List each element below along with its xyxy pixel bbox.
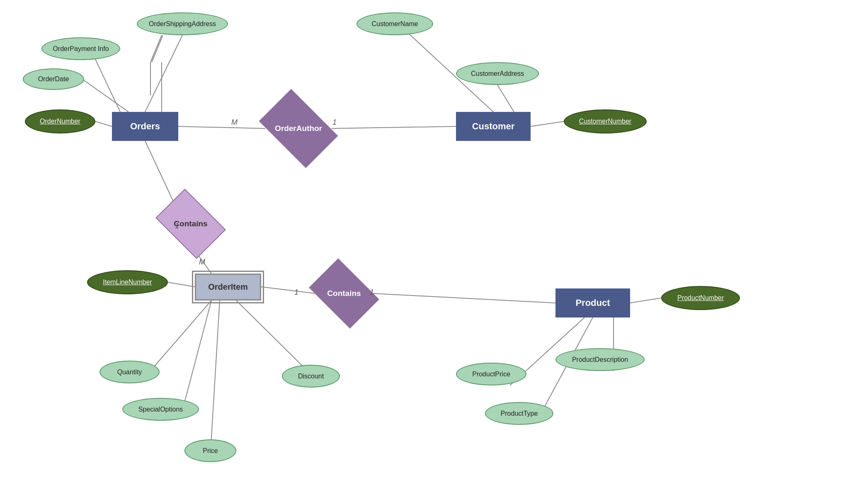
attr-itemlinenumber: ItemLineNumber xyxy=(87,270,168,294)
svg-line-11 xyxy=(168,282,195,287)
entity-product: Product xyxy=(555,288,630,317)
attr-customeraddress: CustomerAddress xyxy=(456,62,539,85)
svg-line-0 xyxy=(178,126,265,128)
svg-line-2 xyxy=(83,80,129,112)
attr-producttype: ProductType xyxy=(485,402,553,425)
svg-line-23 xyxy=(152,35,163,62)
attr-productprice: ProductPrice xyxy=(456,363,526,385)
relationship-contains1: Contains xyxy=(162,203,220,245)
svg-line-1 xyxy=(332,126,456,128)
connector-lines xyxy=(0,0,844,504)
svg-line-4 xyxy=(145,35,182,112)
svg-line-8 xyxy=(531,121,564,126)
attr-orderpayment: OrderPayment Info xyxy=(41,37,120,60)
cardinality-m1: M xyxy=(231,118,238,127)
attr-productnumber: ProductNumber xyxy=(661,286,740,310)
entity-customer: Customer xyxy=(456,112,531,141)
svg-line-7 xyxy=(497,85,514,112)
attr-discount: Discount xyxy=(282,365,340,388)
attr-ordernumber: OrderNumber xyxy=(25,109,95,133)
cardinality-1a: 1 xyxy=(332,118,337,127)
attr-quantity: Quantity xyxy=(99,361,160,383)
attr-specialoptions: SpecialOptions xyxy=(122,398,199,421)
attr-productdesc: ProductDescription xyxy=(555,348,645,371)
er-diagram: Orders Customer Product OrderItem OrderA… xyxy=(0,0,844,504)
attr-orderdate: OrderDate xyxy=(23,68,84,90)
svg-line-9 xyxy=(145,141,174,203)
svg-line-12 xyxy=(149,300,211,372)
attr-customernumber: CustomerNumber xyxy=(564,109,647,133)
attr-ordershipping: OrderShippingAddress xyxy=(137,12,228,35)
entity-orderitem: OrderItem xyxy=(195,274,261,300)
attr-customername: CustomerName xyxy=(357,12,433,35)
cardinality-m2: M xyxy=(199,258,205,267)
svg-line-5 xyxy=(95,121,112,126)
entity-orders: Orders xyxy=(112,112,178,141)
svg-line-22 xyxy=(150,35,162,62)
cardinality-1d: 1 xyxy=(370,288,374,297)
relationship-contains2: Contains xyxy=(315,273,373,314)
relationship-orderauthor: OrderAuthor xyxy=(265,106,332,151)
svg-line-17 xyxy=(373,293,555,303)
svg-line-16 xyxy=(261,287,315,293)
attr-price: Price xyxy=(184,439,236,462)
cardinality-1c: 1 xyxy=(294,288,298,297)
svg-line-18 xyxy=(630,298,661,303)
svg-line-3 xyxy=(95,59,120,112)
svg-line-15 xyxy=(211,300,220,451)
svg-line-14 xyxy=(182,300,211,410)
